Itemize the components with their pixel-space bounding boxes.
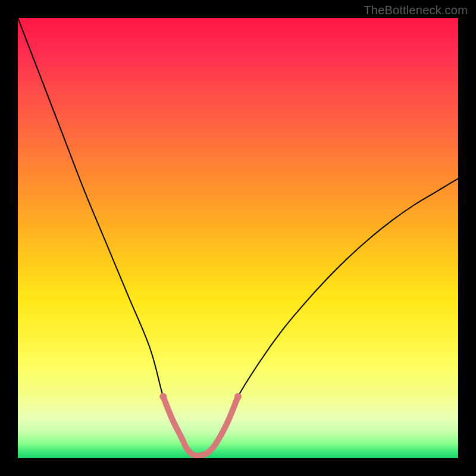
- chart-stage: TheBottleneck.com: [0, 0, 476, 476]
- curve-layer: [18, 18, 458, 458]
- sweet-spot-endpoints: [159, 393, 242, 400]
- sweet-spot-band: [163, 396, 238, 456]
- bottleneck-curve: [18, 18, 458, 457]
- marker-dot: [159, 393, 167, 400]
- marker-dot: [234, 393, 242, 400]
- plot-area: [18, 18, 458, 458]
- watermark-text: TheBottleneck.com: [364, 4, 468, 17]
